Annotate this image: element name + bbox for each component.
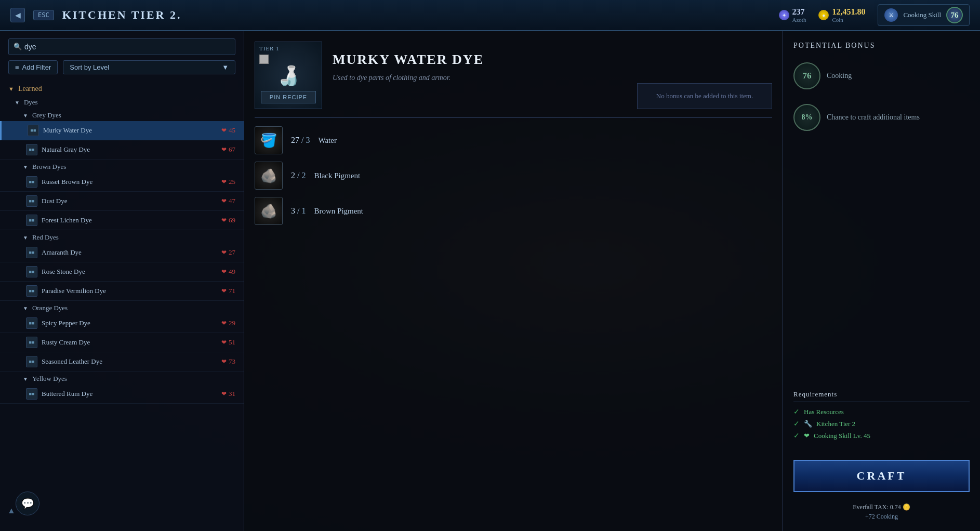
ingredient-row-brown-pigment: 🪨 3 / 1 Brown Pigment bbox=[255, 197, 772, 225]
subcategory-red-dyes[interactable]: ▼ Red Dyes bbox=[0, 230, 244, 243]
recipe-level: ❤ 51 bbox=[221, 338, 235, 347]
skill-level: 76 bbox=[946, 7, 963, 23]
ingredient-row-water: 🪣 27 / 3 Water bbox=[255, 126, 772, 154]
level-icon: ❤ bbox=[221, 217, 227, 224]
item-bottle-icon: 🍶 bbox=[277, 65, 300, 87]
azoth-icon: ✦ bbox=[779, 10, 789, 20]
esc-badge[interactable]: ESC bbox=[33, 10, 54, 20]
recipe-item-murky-water-dye[interactable]: ■■ Murky Water Dye ❤ 45 bbox=[0, 121, 244, 140]
level-value: 49 bbox=[229, 268, 235, 276]
requirements-section: Requirements ✓ Has Resources ✓ 🔧 Kitchen… bbox=[793, 390, 970, 443]
back-button[interactable]: ◀ bbox=[10, 8, 25, 22]
subcategory-dyes[interactable]: ▼ Dyes bbox=[0, 95, 244, 108]
no-bonus-box: No bonus can be added to this item. bbox=[637, 83, 772, 109]
recipe-level: ❤ 73 bbox=[221, 357, 235, 366]
requirements-title: Requirements bbox=[793, 390, 970, 402]
black-pigment-icon: 🪨 bbox=[255, 162, 283, 190]
recipe-name: Rusty Cream Dye bbox=[42, 338, 221, 347]
sidebar: 🔍 ≡ Add Filter Sort by Level ▼ ▼ Learned… bbox=[0, 31, 244, 531]
recipe-name: Forest Lichen Dye bbox=[42, 216, 221, 224]
level-value: 47 bbox=[229, 197, 235, 205]
item-info: MURKY WATER DYE Used to dye parts of clo… bbox=[333, 42, 627, 82]
recipe-level: ❤ 29 bbox=[221, 319, 235, 327]
water-icon: 🪣 bbox=[255, 126, 283, 154]
recipe-name: Spicy Pepper Dye bbox=[42, 319, 221, 327]
recipe-level: ❤ 67 bbox=[221, 145, 235, 154]
expand-icon: ▼ bbox=[23, 306, 28, 311]
search-bar: 🔍 bbox=[0, 31, 244, 60]
subcategory-orange-dyes[interactable]: ▼ Orange Dyes bbox=[0, 301, 244, 314]
level-icon: ❤ bbox=[221, 268, 227, 276]
category-learned[interactable]: ▼ Learned bbox=[0, 81, 244, 95]
level-icon: ❤ bbox=[221, 178, 227, 186]
recipe-item-rusty-cream-dye[interactable]: ■■ Rusty Cream Dye ❤ 51 bbox=[0, 333, 244, 352]
subcategory-label: Red Dyes bbox=[32, 233, 59, 242]
level-icon: ❤ bbox=[221, 249, 227, 257]
recipe-name: Paradise Vermilion Dye bbox=[42, 287, 221, 295]
recipe-item-buttered-rum-dye[interactable]: ■■ Buttered Rum Dye ❤ 31 bbox=[0, 384, 244, 404]
recipe-icon: ■■ bbox=[26, 285, 37, 297]
recipe-item-rose-stone-dye[interactable]: ■■ Rose Stone Dye ❤ 49 bbox=[0, 262, 244, 282]
expand-icon: ▼ bbox=[23, 376, 28, 382]
req-item-cooking-skill: ✓ ❤ Cooking Skill Lv. 45 bbox=[793, 431, 970, 440]
no-bonus-text: No bonus can be added to this item. bbox=[656, 92, 753, 100]
recipe-item-paradise-vermilion-dye[interactable]: ■■ Paradise Vermilion Dye ❤ 71 bbox=[0, 282, 244, 301]
search-input[interactable] bbox=[8, 38, 235, 55]
craft-button[interactable]: CRAFT bbox=[793, 460, 970, 492]
ingredient-name-water: Water bbox=[318, 136, 336, 145]
recipe-name: Natural Gray Dye bbox=[42, 145, 221, 154]
pin-recipe-button[interactable]: PIN RECIPE bbox=[261, 91, 316, 103]
level-value: 51 bbox=[229, 338, 235, 347]
sort-button[interactable]: Sort by Level ▼ bbox=[63, 60, 235, 74]
chevron-down-icon: ▼ bbox=[222, 63, 229, 71]
recipe-item-forest-lichen-dye[interactable]: ■■ Forest Lichen Dye ❤ 69 bbox=[0, 211, 244, 230]
recipe-level: ❤ 45 bbox=[221, 126, 235, 135]
tier-box bbox=[259, 55, 269, 64]
expand-icon: ▼ bbox=[8, 86, 14, 92]
ingredient-amounts-water: 27 / 3 bbox=[291, 136, 310, 145]
subcategory-brown-dyes[interactable]: ▼ Brown Dyes bbox=[0, 160, 244, 172]
recipe-item-amaranth-dye[interactable]: ■■ Amaranth Dye ❤ 27 bbox=[0, 243, 244, 262]
topbar-right: ✦ 237 Azoth ● 12,451.80 Coin ⚔ Cooking S… bbox=[779, 4, 970, 26]
subcategory-grey-dyes[interactable]: ▼ Grey Dyes bbox=[0, 108, 244, 121]
level-value: 67 bbox=[229, 145, 235, 154]
item-header: TIER 1 🍶 PIN RECIPE MURKY WATER DYE Used… bbox=[255, 42, 772, 118]
recipe-item-russet-brown-dye[interactable]: ■■ Russet Brown Dye ❤ 25 bbox=[0, 172, 244, 192]
page-title: KITCHEN TIER 2. bbox=[62, 8, 182, 22]
recipe-item-spicy-pepper-dye[interactable]: ■■ Spicy Pepper Dye ❤ 29 bbox=[0, 314, 244, 333]
recipe-icon: ■■ bbox=[28, 125, 39, 136]
nav-arrow: ▲ bbox=[7, 506, 16, 515]
item-preview: TIER 1 🍶 PIN RECIPE bbox=[255, 42, 322, 109]
level-icon: ❤ bbox=[221, 339, 227, 347]
azoth-amount: 237 bbox=[792, 7, 806, 17]
recipe-item-seasoned-leather-dye[interactable]: ■■ Seasoned Leather Dye ❤ 73 bbox=[0, 352, 244, 371]
level-icon: ❤ bbox=[221, 320, 227, 327]
subcategory-label: Dyes bbox=[24, 98, 38, 107]
filter-row: ≡ Add Filter Sort by Level ▼ bbox=[0, 60, 244, 81]
ingredient-amounts-brown-pigment: 3 / 1 bbox=[291, 206, 306, 216]
recipe-icon: ■■ bbox=[26, 247, 37, 258]
recipe-item-natural-gray-dye[interactable]: ■■ Natural Gray Dye ❤ 67 bbox=[0, 140, 244, 160]
coin-icon-small: 🪙 bbox=[903, 503, 910, 511]
recipe-icon: ■■ bbox=[26, 356, 37, 367]
topbar: ◀ ESC KITCHEN TIER 2. ✦ 237 Azoth ● 12,4… bbox=[0, 0, 980, 31]
center-panel: TIER 1 🍶 PIN RECIPE MURKY WATER DYE Used… bbox=[244, 31, 783, 531]
subcategory-yellow-dyes[interactable]: ▼ Yellow Dyes bbox=[0, 371, 244, 384]
recipe-icon: ■■ bbox=[26, 317, 37, 329]
subcategory-label: Orange Dyes bbox=[32, 304, 68, 312]
check-icon: ✓ bbox=[793, 407, 800, 416]
subcategory-label: Yellow Dyes bbox=[32, 375, 67, 383]
level-value: 29 bbox=[229, 319, 235, 327]
add-filter-button[interactable]: ≡ Add Filter bbox=[8, 60, 58, 74]
recipe-icon: ■■ bbox=[26, 388, 37, 400]
chat-icon: 💬 bbox=[21, 497, 34, 510]
check-icon: ✓ bbox=[793, 431, 800, 440]
recipe-list: ▼ Learned ▼ Dyes ▼ Grey Dyes ■■ Murky Wa… bbox=[0, 81, 244, 531]
recipe-name: Rose Stone Dye bbox=[42, 268, 221, 276]
check-icon: ✓ bbox=[793, 419, 800, 428]
level-icon: ❤ bbox=[221, 358, 227, 366]
level-icon: ❤ bbox=[221, 287, 227, 295]
azoth-label: Azoth bbox=[792, 17, 806, 23]
chat-button[interactable]: 💬 bbox=[16, 492, 39, 515]
recipe-item-dust-dye[interactable]: ■■ Dust Dye ❤ 47 bbox=[0, 192, 244, 211]
